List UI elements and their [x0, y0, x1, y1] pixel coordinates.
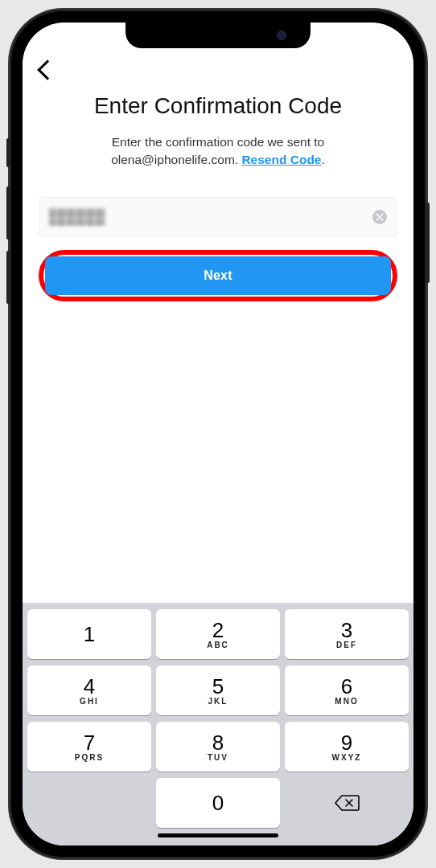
key-blank [27, 778, 151, 828]
key-5[interactable]: 5JKL [156, 665, 280, 715]
key-1[interactable]: 1 [27, 609, 151, 659]
back-button[interactable] [37, 59, 57, 80]
key-delete[interactable] [285, 778, 409, 828]
resend-code-link[interactable]: Resend Code [241, 153, 321, 166]
phone-frame: Enter Confirmation Code Enter the confir… [10, 10, 426, 858]
backspace-icon [334, 793, 360, 813]
screen: Enter Confirmation Code Enter the confir… [23, 23, 413, 845]
next-button-highlight: Next [39, 250, 397, 301]
volume-up-button [6, 186, 10, 240]
next-button[interactable]: Next [45, 256, 391, 295]
mute-switch [6, 138, 10, 167]
code-input[interactable] [39, 197, 397, 237]
key-8[interactable]: 8TUV [156, 722, 280, 772]
key-9[interactable]: 9WXYZ [285, 722, 409, 772]
numeric-keypad: 1 2ABC 3DEF 4GHI 5JKL 6MNO 7PQRS 8TUV 9W… [23, 603, 413, 845]
front-camera-icon [277, 31, 286, 40]
key-2[interactable]: 2ABC [156, 609, 280, 659]
key-4[interactable]: 4GHI [27, 665, 151, 715]
subtitle-email: olena@iphonelife.com [111, 153, 235, 166]
subtitle-end: . [321, 153, 324, 166]
key-7[interactable]: 7PQRS [27, 722, 151, 772]
main-content: Enter Confirmation Code Enter the confir… [23, 23, 413, 603]
notch [125, 23, 311, 48]
clear-input-button[interactable] [372, 210, 387, 224]
page-subtitle: Enter the confirmation code we sent to o… [39, 133, 397, 170]
power-button [426, 203, 430, 283]
key-6[interactable]: 6MNO [285, 665, 409, 715]
code-input-value-redacted [49, 208, 105, 226]
key-0[interactable]: 0 [156, 778, 280, 828]
close-icon [376, 213, 384, 221]
volume-down-button [6, 251, 10, 304]
key-3[interactable]: 3DEF [285, 609, 409, 659]
home-indicator[interactable] [158, 833, 278, 837]
subtitle-prefix: Enter the confirmation code we sent to [112, 135, 325, 149]
page-title: Enter Confirmation Code [39, 93, 397, 119]
